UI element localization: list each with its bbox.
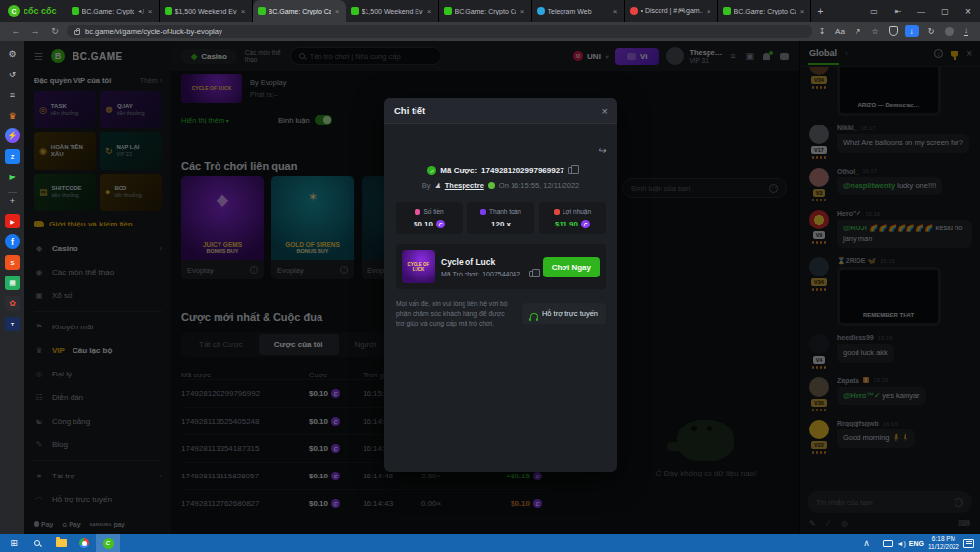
addressbar-icon[interactable]	[887, 25, 899, 37]
promo-card[interactable]: ▤ SHITCODE tiền thưởng	[34, 174, 96, 211]
addressbar-icon[interactable]: Aa	[834, 25, 846, 37]
info-icon[interactable]	[250, 266, 258, 274]
pen-icon[interactable]: ✎	[809, 519, 816, 527]
browser-tab[interactable]: BC.Game: Crypto Ca… ◄)	[253, 0, 346, 22]
browser-tab[interactable]: BC.Game: Crypto ◄)	[67, 0, 160, 22]
avatar[interactable]	[809, 377, 829, 397]
collapse-sidebar-icon[interactable]	[886, 0, 909, 22]
forward-button[interactable]: →	[27, 26, 43, 36]
tab-close-button[interactable]	[612, 7, 619, 16]
emoji-icon[interactable]	[955, 498, 963, 507]
vip-more-link[interactable]: Thêm	[140, 77, 162, 84]
promo-card[interactable]: ◉ HOÀN TIỀN XẤU	[34, 132, 96, 170]
sidebar-ext-icon[interactable]: ▶	[5, 170, 20, 184]
tab-close-button[interactable]	[147, 7, 154, 16]
tab-casino[interactable]: ◆ Casino	[181, 49, 237, 64]
user-chip[interactable]: Thespe… VIP 31	[666, 47, 722, 65]
avatar[interactable]	[809, 420, 829, 439]
chat-input-box[interactable]	[808, 491, 972, 513]
modal-close-icon[interactable]: ×	[602, 105, 608, 117]
action-center-icon[interactable]	[963, 539, 974, 548]
sidebar-ext-icon[interactable]: ✿	[5, 296, 20, 311]
sidebar-ext-icon[interactable]: ▦	[5, 276, 20, 290]
sidebar-menu-item[interactable]: ◠ Hỗ trợ trực tuyến	[34, 487, 162, 511]
sidebar-menu-item[interactable]: ☷ Diễn đàn	[34, 385, 162, 409]
chat-username[interactable]: Nikki_	[837, 125, 858, 131]
copy-icon[interactable]	[529, 271, 535, 277]
sidebar-menu-item[interactable]: ▣ Xổ số	[34, 283, 162, 307]
tab-sports[interactable]: Các môn thể thao	[245, 49, 282, 64]
chevron-right-icon[interactable]: ›	[845, 49, 848, 58]
sidebar-menu-item[interactable]: ♥ Tài trợ ›	[34, 460, 162, 487]
table-row[interactable]: 174928112762680827 $0.10 16:14:43 0.00× …	[181, 489, 546, 517]
avatar[interactable]	[809, 334, 829, 354]
bet-user-link[interactable]: Thespectre	[445, 181, 484, 190]
live-support-button[interactable]: Hỗ trợ trực tuyến	[522, 303, 606, 324]
trophy-icon[interactable]	[951, 51, 958, 57]
file-explorer-icon[interactable]	[49, 534, 73, 552]
sidebar-ext-icon[interactable]: T	[5, 317, 20, 331]
chat-room-tab[interactable]: Global	[808, 43, 839, 65]
chat-username[interactable]: Hero"✓	[837, 210, 861, 218]
tab-close-button[interactable]	[799, 7, 806, 16]
sidebar-ext-icon[interactable]: f	[5, 234, 20, 249]
share-icon[interactable]	[598, 145, 606, 156]
sidebar-ext-icon[interactable]: ⚙	[5, 46, 20, 61]
tab-search-icon[interactable]	[862, 0, 886, 22]
addressbar-icon[interactable]: ↧	[816, 25, 828, 37]
tab-close-button[interactable]	[240, 7, 247, 16]
mention[interactable]: @nosplitwenty	[843, 181, 895, 190]
url-field[interactable]: bc.game/vi/game/cycle-of-luck-by-evoplay	[67, 25, 812, 38]
minimize-button[interactable]	[909, 0, 933, 22]
comment-input[interactable]	[631, 184, 769, 193]
coccoc-taskbar-icon[interactable]	[96, 534, 120, 552]
back-button[interactable]: ←	[8, 26, 24, 36]
addressbar-icon[interactable]: ↓	[905, 25, 919, 37]
menu-icon[interactable]: ☰	[34, 51, 43, 62]
sidebar-menu-item[interactable]: ♛ VIP Câu lạc bộ	[34, 338, 162, 362]
chat-username[interactable]: Zapata	[837, 377, 859, 384]
comment-box[interactable]	[622, 178, 787, 198]
addressbar-icon[interactable]: ↻	[925, 25, 937, 37]
show-more-link[interactable]: Hiển thị thêm	[181, 116, 229, 125]
language-indicator[interactable]: ENG	[909, 540, 924, 547]
chat-image[interactable]: REMEMBER THAT	[840, 270, 938, 323]
addressbar-icon[interactable]: ☆	[869, 25, 881, 37]
sidebar-ext-icon[interactable]: ↺	[5, 67, 20, 81]
sidebar-ext-icon[interactable]: ≡	[5, 87, 20, 102]
info-icon[interactable]	[934, 49, 943, 58]
sidebar-ext-icon[interactable]: ♛	[5, 108, 20, 123]
browser-tab[interactable]: • Discord | #🎮gam… ◄)	[625, 0, 718, 22]
sidebar-menu-item[interactable]: ◉ Các môn thể thao	[34, 260, 162, 283]
related-game-card[interactable]: GOLD OF SIRENS BONUS BUY Evoplay	[271, 176, 354, 279]
addressbar-icon[interactable]	[943, 25, 955, 37]
tab-close-button[interactable]	[706, 7, 712, 16]
vault-icon[interactable]: ▣	[745, 51, 754, 61]
wallet-button[interactable]: Ví	[615, 48, 660, 65]
avatar[interactable]	[809, 125, 829, 144]
search-input[interactable]	[310, 52, 433, 61]
close-button[interactable]	[956, 0, 980, 22]
related-game-card[interactable]: JUICY GEMS BONUS BUY Evoplay	[181, 176, 264, 279]
currency-selector[interactable]: U UNI	[573, 51, 608, 61]
game-thumbnail[interactable]: CYCLE OF LUCK	[181, 74, 242, 103]
maximize-button[interactable]	[933, 0, 956, 22]
chat-username[interactable]: Othol_	[837, 168, 858, 175]
chat-image[interactable]: ARIZO — Democrac…	[840, 67, 938, 113]
browser-tab[interactable]: BC.Game: Crypto Ca… ◄)	[439, 0, 532, 22]
promo-card[interactable]: ☸ QUAY tiền thưởng	[100, 91, 162, 128]
dice-icon[interactable]: ◎	[841, 519, 848, 527]
addressbar-icon[interactable]: ↓	[960, 25, 972, 37]
avatar[interactable]	[809, 168, 829, 187]
addressbar-icon[interactable]: ↗	[852, 25, 863, 37]
mention[interactable]: @Hero™✓	[843, 391, 880, 400]
browser-tab[interactable]: $1,500 Weekend Ev… ◄)	[346, 0, 439, 22]
bet-tab[interactable]: Cược của tôi	[259, 334, 339, 355]
sidebar-menu-item[interactable]: ☯ Công bằng	[34, 409, 162, 432]
sidebar-menu-item[interactable]: ✎ Blog	[34, 432, 162, 456]
chat-username[interactable]: Rrqqgjfsgwb	[837, 420, 879, 427]
game-search[interactable]	[290, 47, 442, 65]
avatar[interactable]	[809, 257, 829, 276]
reload-button[interactable]: ↻	[47, 26, 63, 36]
chat-toggle-icon[interactable]	[780, 53, 789, 60]
